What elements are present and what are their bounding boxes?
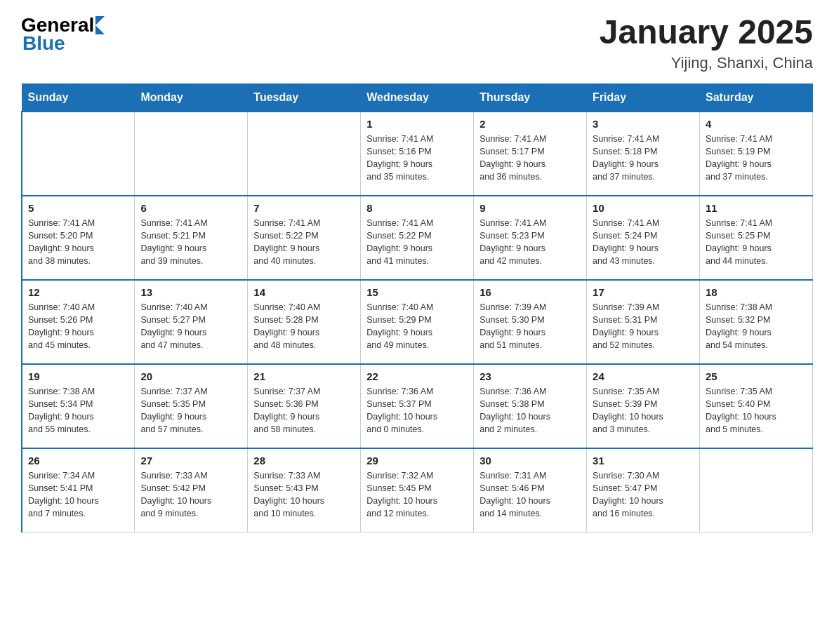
day-info: Sunrise: 7:37 AM Sunset: 5:36 PM Dayligh… [253, 385, 355, 436]
column-header-sunday: Sunday [22, 83, 135, 112]
day-number: 9 [479, 202, 581, 214]
calendar-cell: 23Sunrise: 7:36 AM Sunset: 5:38 PM Dayli… [474, 364, 587, 448]
page-header: General Blue January 2025 Yijing, Shanxi… [21, 14, 813, 72]
day-info: Sunrise: 7:40 AM Sunset: 5:27 PM Dayligh… [140, 301, 241, 352]
day-number: 21 [253, 370, 355, 382]
calendar-table: SundayMondayTuesdayWednesdayThursdayFrid… [21, 83, 813, 533]
calendar-cell [135, 112, 248, 196]
day-info: Sunrise: 7:41 AM Sunset: 5:19 PM Dayligh… [706, 133, 807, 184]
day-info: Sunrise: 7:41 AM Sunset: 5:25 PM Dayligh… [706, 217, 807, 268]
calendar-cell: 9Sunrise: 7:41 AM Sunset: 5:23 PM Daylig… [474, 196, 587, 280]
calendar-subtitle: Yijing, Shanxi, China [600, 54, 813, 72]
calendar-cell: 14Sunrise: 7:40 AM Sunset: 5:28 PM Dayli… [248, 280, 361, 364]
calendar-cell: 13Sunrise: 7:40 AM Sunset: 5:27 PM Dayli… [135, 280, 248, 364]
title-block: January 2025 Yijing, Shanxi, China [600, 14, 813, 72]
day-info: Sunrise: 7:40 AM Sunset: 5:29 PM Dayligh… [366, 301, 468, 352]
column-header-saturday: Saturday [700, 83, 813, 112]
calendar-week-row: 12Sunrise: 7:40 AM Sunset: 5:26 PM Dayli… [22, 280, 813, 364]
day-number: 22 [366, 370, 468, 382]
day-info: Sunrise: 7:41 AM Sunset: 5:22 PM Dayligh… [253, 217, 355, 268]
calendar-cell: 22Sunrise: 7:36 AM Sunset: 5:37 PM Dayli… [361, 364, 474, 448]
calendar-cell: 16Sunrise: 7:39 AM Sunset: 5:30 PM Dayli… [474, 280, 587, 364]
calendar-cell: 29Sunrise: 7:32 AM Sunset: 5:45 PM Dayli… [361, 448, 474, 532]
day-info: Sunrise: 7:41 AM Sunset: 5:20 PM Dayligh… [28, 217, 128, 268]
day-number: 17 [593, 286, 694, 298]
calendar-cell: 4Sunrise: 7:41 AM Sunset: 5:19 PM Daylig… [700, 112, 813, 196]
day-info: Sunrise: 7:31 AM Sunset: 5:46 PM Dayligh… [479, 469, 581, 521]
day-number: 4 [706, 118, 807, 130]
day-number: 12 [28, 286, 128, 298]
calendar-cell: 17Sunrise: 7:39 AM Sunset: 5:31 PM Dayli… [587, 280, 700, 364]
calendar-cell: 5Sunrise: 7:41 AM Sunset: 5:20 PM Daylig… [22, 196, 135, 280]
calendar-cell [248, 112, 361, 196]
calendar-cell: 7Sunrise: 7:41 AM Sunset: 5:22 PM Daylig… [248, 196, 361, 280]
day-number: 2 [479, 118, 581, 130]
calendar-cell: 19Sunrise: 7:38 AM Sunset: 5:34 PM Dayli… [22, 364, 135, 448]
day-number: 11 [706, 202, 807, 214]
logo: General Blue [21, 14, 105, 55]
calendar-week-row: 1Sunrise: 7:41 AM Sunset: 5:16 PM Daylig… [22, 112, 813, 196]
day-info: Sunrise: 7:37 AM Sunset: 5:35 PM Dayligh… [140, 385, 241, 436]
day-number: 15 [366, 286, 468, 298]
day-number: 1 [366, 118, 468, 130]
day-number: 28 [253, 455, 355, 467]
day-number: 23 [479, 370, 581, 382]
calendar-title: January 2025 [600, 14, 813, 51]
day-info: Sunrise: 7:36 AM Sunset: 5:37 PM Dayligh… [366, 385, 468, 436]
day-info: Sunrise: 7:33 AM Sunset: 5:42 PM Dayligh… [140, 469, 241, 521]
day-info: Sunrise: 7:36 AM Sunset: 5:38 PM Dayligh… [479, 385, 581, 436]
day-number: 26 [28, 455, 128, 467]
calendar-cell [700, 448, 813, 532]
day-number: 30 [479, 455, 581, 467]
day-number: 27 [140, 455, 241, 467]
day-number: 6 [140, 202, 241, 214]
calendar-cell: 18Sunrise: 7:38 AM Sunset: 5:32 PM Dayli… [700, 280, 813, 364]
day-number: 25 [706, 370, 807, 382]
calendar-week-row: 19Sunrise: 7:38 AM Sunset: 5:34 PM Dayli… [22, 364, 813, 448]
day-info: Sunrise: 7:39 AM Sunset: 5:31 PM Dayligh… [593, 301, 694, 352]
day-number: 5 [28, 202, 128, 214]
calendar-cell: 27Sunrise: 7:33 AM Sunset: 5:42 PM Dayli… [135, 448, 248, 532]
day-info: Sunrise: 7:32 AM Sunset: 5:45 PM Dayligh… [366, 469, 468, 521]
day-info: Sunrise: 7:34 AM Sunset: 5:41 PM Dayligh… [28, 469, 128, 521]
day-info: Sunrise: 7:41 AM Sunset: 5:23 PM Dayligh… [479, 217, 581, 268]
day-info: Sunrise: 7:41 AM Sunset: 5:18 PM Dayligh… [593, 133, 694, 184]
day-number: 16 [479, 286, 581, 298]
calendar-cell: 30Sunrise: 7:31 AM Sunset: 5:46 PM Dayli… [474, 448, 587, 532]
calendar-cell: 28Sunrise: 7:33 AM Sunset: 5:43 PM Dayli… [248, 448, 361, 532]
day-number: 24 [593, 370, 694, 382]
day-info: Sunrise: 7:35 AM Sunset: 5:39 PM Dayligh… [593, 385, 694, 436]
calendar-cell: 1Sunrise: 7:41 AM Sunset: 5:16 PM Daylig… [361, 112, 474, 196]
day-info: Sunrise: 7:41 AM Sunset: 5:17 PM Dayligh… [479, 133, 581, 184]
calendar-cell: 26Sunrise: 7:34 AM Sunset: 5:41 PM Dayli… [22, 448, 135, 532]
calendar-header-row: SundayMondayTuesdayWednesdayThursdayFrid… [22, 83, 813, 112]
calendar-cell: 31Sunrise: 7:30 AM Sunset: 5:47 PM Dayli… [587, 448, 700, 532]
calendar-cell: 24Sunrise: 7:35 AM Sunset: 5:39 PM Dayli… [587, 364, 700, 448]
calendar-cell: 3Sunrise: 7:41 AM Sunset: 5:18 PM Daylig… [587, 112, 700, 196]
column-header-thursday: Thursday [474, 83, 587, 112]
calendar-cell: 15Sunrise: 7:40 AM Sunset: 5:29 PM Dayli… [361, 280, 474, 364]
day-info: Sunrise: 7:35 AM Sunset: 5:40 PM Dayligh… [706, 385, 807, 436]
column-header-tuesday: Tuesday [248, 83, 361, 112]
day-number: 13 [140, 286, 241, 298]
day-number: 10 [593, 202, 694, 214]
day-number: 29 [366, 455, 468, 467]
day-info: Sunrise: 7:41 AM Sunset: 5:16 PM Dayligh… [366, 133, 468, 184]
calendar-cell: 21Sunrise: 7:37 AM Sunset: 5:36 PM Dayli… [248, 364, 361, 448]
column-header-monday: Monday [135, 83, 248, 112]
day-number: 3 [593, 118, 694, 130]
calendar-cell: 12Sunrise: 7:40 AM Sunset: 5:26 PM Dayli… [22, 280, 135, 364]
calendar-cell: 11Sunrise: 7:41 AM Sunset: 5:25 PM Dayli… [700, 196, 813, 280]
calendar-week-row: 26Sunrise: 7:34 AM Sunset: 5:41 PM Dayli… [22, 448, 813, 532]
day-info: Sunrise: 7:41 AM Sunset: 5:21 PM Dayligh… [140, 217, 241, 268]
calendar-cell: 25Sunrise: 7:35 AM Sunset: 5:40 PM Dayli… [700, 364, 813, 448]
day-number: 7 [253, 202, 355, 214]
calendar-cell: 2Sunrise: 7:41 AM Sunset: 5:17 PM Daylig… [474, 112, 587, 196]
column-header-wednesday: Wednesday [361, 83, 474, 112]
day-number: 18 [706, 286, 807, 298]
day-info: Sunrise: 7:41 AM Sunset: 5:22 PM Dayligh… [366, 217, 468, 268]
day-number: 19 [28, 370, 128, 382]
day-info: Sunrise: 7:33 AM Sunset: 5:43 PM Dayligh… [253, 469, 355, 521]
logo-blue-text: Blue [22, 32, 65, 55]
day-info: Sunrise: 7:30 AM Sunset: 5:47 PM Dayligh… [593, 469, 694, 521]
